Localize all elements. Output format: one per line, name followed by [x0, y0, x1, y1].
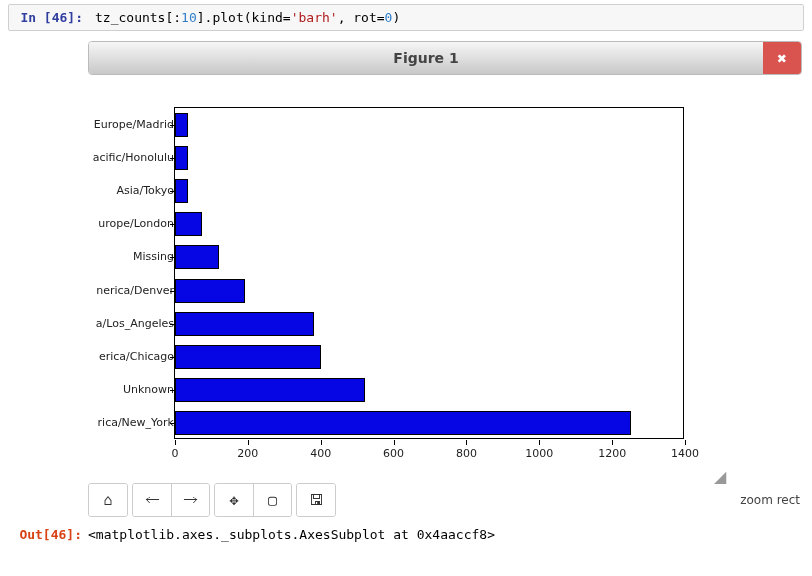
code-string: 'barh': [291, 10, 338, 25]
x-tick: [175, 440, 176, 445]
code-input[interactable]: tz_counts[:10].plot(kind='barh', rot=0): [89, 5, 803, 30]
y-axis-label: Asia/Tokyo: [116, 184, 174, 197]
y-axis-label: erica/Chicago: [99, 350, 174, 363]
bar: [175, 113, 188, 137]
bar: [175, 345, 321, 369]
x-axis-label: 800: [456, 447, 477, 460]
y-axis-label: acific/Honolulu: [93, 150, 174, 163]
resize-handle-icon[interactable]: ◢: [714, 467, 726, 486]
y-axis-label: a/Los_Angeles: [96, 316, 174, 329]
output-cell: Out[46]: <matplotlib.axes._subplots.Axes…: [0, 523, 812, 543]
zoom-rect-icon: ▢: [268, 491, 277, 509]
input-prompt: In [46]:: [9, 5, 89, 26]
bar: [175, 146, 188, 170]
x-tick: [539, 440, 540, 445]
x-axis-label: 200: [237, 447, 258, 460]
plot-box[interactable]: 0200400600800100012001400: [174, 107, 684, 439]
zoom-button[interactable]: ▢: [253, 484, 291, 516]
toolbar-group-nav: 🡐 🡒: [132, 483, 210, 517]
code-text: tz_counts[:: [95, 10, 181, 25]
x-axis-label: 600: [383, 447, 404, 460]
close-button[interactable]: ✖: [763, 42, 801, 74]
x-tick: [321, 440, 322, 445]
back-button[interactable]: 🡐: [133, 484, 171, 516]
chart: Europe/Madridacific/HonoluluAsia/Tokyour…: [88, 93, 802, 473]
x-axis-label: 1000: [525, 447, 553, 460]
y-axis-label: Unknown: [123, 383, 174, 396]
x-tick: [248, 440, 249, 445]
figure-title: Figure 1: [89, 42, 763, 74]
arrow-right-icon: 🡒: [183, 491, 198, 509]
x-tick: [685, 440, 686, 445]
bar: [175, 312, 314, 336]
move-icon: ✥: [229, 491, 238, 509]
home-button[interactable]: ⌂: [89, 484, 127, 516]
output-text: <matplotlib.axes._subplots.AxesSubplot a…: [88, 523, 812, 542]
figure-titlebar: Figure 1 ✖: [88, 41, 802, 75]
toolbar-status: zoom rect: [740, 493, 800, 507]
bar: [175, 179, 188, 203]
x-tick: [394, 440, 395, 445]
x-tick: [612, 440, 613, 445]
bar: [175, 279, 245, 303]
bar: [175, 411, 631, 435]
bar: [175, 378, 365, 402]
y-axis-label: Europe/Madrid: [94, 117, 174, 130]
output-prompt: Out[46]:: [8, 523, 88, 543]
toolbar-group-save: 🖫: [296, 483, 336, 517]
matplotlib-toolbar: ⌂ 🡐 🡒 ✥ ▢ 🖫 zoom rect: [88, 483, 812, 517]
code-text: , rot=: [338, 10, 385, 25]
forward-button[interactable]: 🡒: [171, 484, 209, 516]
toolbar-group-home: ⌂: [88, 483, 128, 517]
home-icon: ⌂: [103, 491, 112, 509]
y-axis-label: urope/London: [98, 217, 174, 230]
x-axis-label: 1400: [671, 447, 699, 460]
y-axis-label: nerica/Denver: [96, 283, 174, 296]
code-text: ].plot(kind=: [197, 10, 291, 25]
x-tick: [466, 440, 467, 445]
x-axis-label: 1200: [598, 447, 626, 460]
arrow-left-icon: 🡐: [145, 491, 160, 509]
figure-output: Figure 1 ✖ Europe/Madridacific/HonoluluA…: [88, 41, 802, 473]
close-icon: ✖: [777, 49, 787, 68]
toolbar-group-view: ✥ ▢: [214, 483, 292, 517]
pan-button[interactable]: ✥: [215, 484, 253, 516]
code-number: 10: [181, 10, 197, 25]
x-axis-label: 0: [172, 447, 179, 460]
x-axis-label: 400: [310, 447, 331, 460]
code-text: ): [392, 10, 400, 25]
bar: [175, 212, 202, 236]
y-axis-label: rica/New_York: [98, 416, 174, 429]
save-button[interactable]: 🖫: [297, 484, 335, 516]
y-axis-label: Missing: [133, 250, 174, 263]
save-icon: 🖫: [309, 491, 324, 509]
bar: [175, 245, 219, 269]
input-cell[interactable]: In [46]: tz_counts[:10].plot(kind='barh'…: [8, 4, 804, 31]
